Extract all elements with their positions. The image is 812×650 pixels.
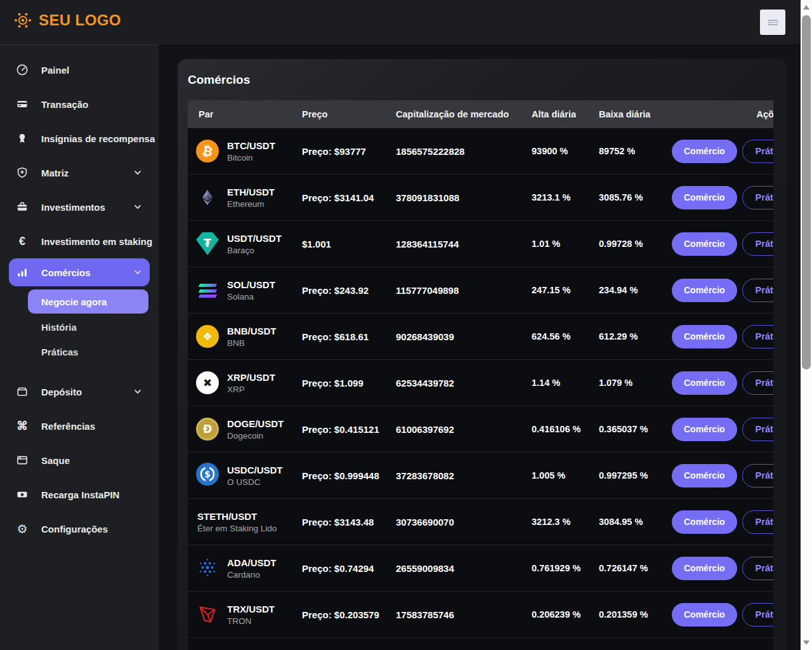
daily-high-cell: 0.206239 % (532, 609, 599, 620)
usdt-coin-icon: ₮ (196, 232, 219, 255)
column-header-preco: Preço (302, 109, 396, 119)
table-row: TRX/USDTTRONPreço: $0.203579175837857460… (188, 592, 773, 638)
trade-button[interactable]: Comércio (672, 510, 737, 534)
sidebar-item-recarga-instapin[interactable]: Recarga InstaPIN (0, 477, 159, 512)
trade-button[interactable]: Comércio (672, 232, 737, 256)
column-header-capitalizacao-de-mercado: Capitalização de mercado (396, 109, 532, 119)
practice-button[interactable]: Prática (742, 371, 773, 395)
trade-button[interactable]: Comércio (672, 140, 737, 163)
sidebar-item-label: Configurações (41, 524, 108, 534)
command-icon: ⌘ (15, 420, 29, 432)
xrp-coin-icon: ✖ (196, 371, 219, 394)
trade-button[interactable]: Comércio (672, 603, 737, 627)
practice-button[interactable]: Prática (742, 557, 773, 580)
table-row: ❖BNB/USDTBNBPreço: $618.6190268439039624… (188, 314, 773, 360)
trade-button[interactable]: Comércio (672, 557, 737, 580)
scrollbar-up-arrow-icon[interactable] (803, 5, 809, 10)
market-cap-cell: 26559009834 (396, 563, 532, 574)
market-cap-cell: 17583785746 (396, 609, 532, 620)
trade-button[interactable]: Comércio (672, 325, 737, 348)
sidebar-item-investimento-em-staking[interactable]: €Investimento em staking (0, 224, 159, 258)
trade-button[interactable]: Comércio (672, 371, 737, 395)
trade-button[interactable]: Comércio (672, 418, 737, 441)
market-cap-cell: 61006397692 (396, 424, 532, 435)
column-header-acoes: Ações (672, 109, 773, 119)
practice-button[interactable]: Prática (742, 510, 773, 534)
pair-cell: ✖XRP/USDTXRP (188, 371, 302, 394)
actions-cell: ComércioPrática (672, 464, 773, 488)
app-logo: SEU LOGO (13, 10, 121, 30)
coin-name: BNB (227, 338, 277, 348)
column-header-alta-diaria: Alta diária (532, 109, 599, 119)
daily-low-cell: 3084.95 % (599, 517, 672, 527)
trade-button[interactable]: Comércio (672, 464, 737, 488)
sidebar-item-comercios[interactable]: Comércios (9, 258, 150, 286)
pair-cell: TRX/USDTTRON (188, 602, 302, 627)
pair-cell: $USDC/USDTO USDC (188, 463, 302, 488)
daily-high-cell: 624.56 % (532, 331, 599, 342)
pair-symbol: TRX/USDT (227, 604, 275, 614)
practice-button[interactable]: Prática (742, 325, 773, 348)
table-row: ✖XRP/USDTXRPPreço: $1.099625344397821.14… (188, 360, 773, 406)
practice-button[interactable]: Prática (742, 418, 773, 441)
actions-cell: ComércioPrática (672, 418, 773, 441)
doge-coin-icon: Ð (196, 418, 219, 441)
table-body: ₿BTC/USDTBitcoinPreço: $9377718565752228… (188, 128, 773, 638)
avatar-button[interactable] (760, 10, 785, 35)
sidebar-item-investimentos[interactable]: Investimentos (0, 190, 159, 224)
actions-cell: ComércioPrática (672, 232, 773, 256)
daily-high-cell: 1.01 % (532, 239, 599, 249)
pair-cell: ₮USDT/USDTBaraço (188, 232, 302, 255)
actions-cell: ComércioPrática (672, 510, 773, 534)
trade-button[interactable]: Comércio (672, 279, 737, 302)
sidebar-item-label: Saque (41, 455, 70, 466)
daily-high-cell: 3213.1 % (532, 192, 599, 202)
card-icon (15, 98, 29, 110)
practice-button[interactable]: Prática (742, 464, 773, 488)
sidebar-subitem-historia[interactable]: História (0, 315, 159, 340)
sidebar: PainelTransaçãoInsígnias de recompensaMa… (0, 44, 159, 650)
practice-button[interactable]: Prática (742, 603, 773, 627)
daily-high-cell: 3212.3 % (532, 517, 599, 527)
sidebar-item-label: Referências (41, 421, 95, 432)
practice-button[interactable]: Prática (742, 279, 773, 302)
sidebar-item-label: Recarga InstaPIN (41, 489, 119, 500)
scrollbar-thumb[interactable] (802, 15, 811, 369)
practice-button[interactable]: Prática (742, 232, 773, 256)
trades-table-clip: ParPreçoCapitalização de mercadoAlta diá… (188, 100, 773, 650)
trade-button[interactable]: Comércio (672, 186, 737, 209)
price-cell: $1.001 (302, 239, 396, 249)
pair-symbol: ETH/USDT (227, 187, 275, 197)
sidebar-item-transacao[interactable]: Transação (0, 87, 159, 121)
pair-symbol: USDC/USDT (227, 465, 283, 475)
sidebar-item-painel[interactable]: Painel (0, 53, 159, 87)
chevron-down-icon (133, 202, 142, 211)
practice-button[interactable]: Prática (742, 140, 773, 163)
sidebar-item-matriz[interactable]: Matriz (0, 156, 159, 190)
table-row: STETH/USDTÉter em Staking LidoPreço: $31… (188, 499, 773, 545)
eth-coin-icon (196, 186, 219, 209)
scrollbar-down-arrow-icon[interactable] (803, 640, 809, 645)
actions-cell: ComércioPrática (672, 371, 773, 395)
sidebar-item-insignias-de-recompensa[interactable]: Insígnias de recompensa (0, 121, 159, 156)
sidebar-subitem-negocie-agora[interactable]: Negocie agora (28, 289, 148, 314)
table-row: ÐDOGE/USDTDogecoinPreço: $0.415121610063… (188, 406, 773, 453)
sidebar-item-saque[interactable]: Saque (0, 443, 159, 477)
price-cell: Preço: $1.099 (302, 378, 396, 388)
sidebar-item-label: Matriz (41, 168, 69, 178)
svg-text:$: $ (204, 469, 210, 479)
sidebar-item-deposito[interactable]: Depósito (0, 375, 159, 409)
daily-low-cell: 0.201359 % (599, 609, 672, 620)
sidebar-item-configuracoes[interactable]: ⚙Configurações (0, 512, 159, 546)
sidebar-item-referencias[interactable]: ⌘Referências (0, 409, 159, 443)
sidebar-subitem-praticas[interactable]: Práticas (0, 340, 159, 364)
sidebar-item-label: Insígnias de recompensa (41, 133, 155, 144)
practice-button[interactable]: Prática (742, 186, 773, 209)
price-cell: Preço: $243.92 (302, 285, 396, 296)
euro-icon: € (15, 235, 29, 247)
pair-cell: ÐDOGE/USDTDogecoin (188, 418, 302, 441)
ada-coin-icon (196, 556, 219, 581)
price-cell: Preço: $0.74294 (302, 563, 396, 574)
market-cap-cell: 128364115744 (396, 239, 532, 249)
price-cell: Preço: $0.999448 (302, 470, 396, 481)
